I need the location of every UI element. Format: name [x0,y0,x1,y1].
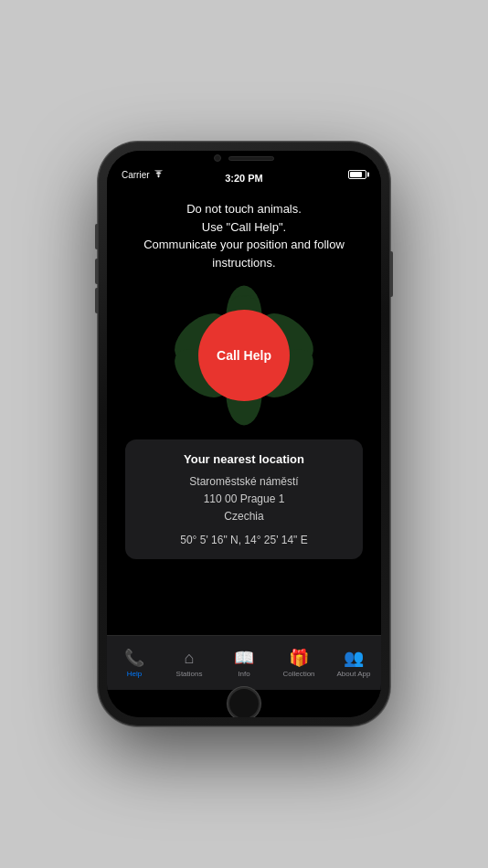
tab-info[interactable]: 📖 Info [217,644,271,682]
location-address: Staroměstské náměstí 110 00 Prague 1 Cze… [143,473,345,526]
home-button[interactable] [228,687,260,717]
illustration: Call Help [162,282,326,429]
phone-icon: 📞 [124,648,144,668]
instruction-text: Do not touch animals. Use "Call Help". C… [143,200,345,271]
phone-screen: Carrier 3:20 PM Do not touch animals. Us… [107,151,381,717]
battery-area [348,170,366,179]
tab-help-label: Help [127,670,142,678]
svg-point-6 [250,295,254,299]
location-title: Your nearest location [143,452,345,466]
carrier-label: Carrier [122,170,150,180]
status-bar: Carrier 3:20 PM [107,151,381,191]
phone-frame: Carrier 3:20 PM Do not touch animals. Us… [98,142,390,726]
book-icon: 📖 [234,648,254,668]
home-icon: ⌂ [185,649,195,668]
wifi-icon [153,170,164,179]
camera [214,154,221,162]
carrier-area: Carrier [122,170,164,180]
tab-about-label: About App [337,670,371,678]
tab-bar: 📞 Help ⌂ Stations 📖 Info 🎁 Collection 👥 … [107,635,381,690]
tab-info-label: Info [238,670,249,678]
call-help-button[interactable]: Call Help [198,310,290,401]
main-content: Do not touch animals. Use "Call Help". C… [107,191,381,635]
people-icon: 👥 [344,648,364,668]
tab-collection[interactable]: 🎁 Collection [271,644,326,682]
location-coords: 50° 5' 16" N, 14° 25' 14" E [143,534,345,546]
tab-help[interactable]: 📞 Help [107,644,162,682]
home-button-area [107,690,381,717]
tab-collection-label: Collection [282,670,314,678]
gift-icon: 🎁 [289,648,309,668]
tab-about[interactable]: 👥 About App [326,644,381,682]
battery-icon [348,170,366,179]
location-card: Your nearest location Staroměstské náměs… [125,439,363,559]
tab-stations[interactable]: ⌂ Stations [162,645,217,682]
battery-fill [350,172,362,177]
clock: 3:20 PM [225,173,263,184]
tab-stations-label: Stations [176,670,203,678]
speaker [228,156,274,161]
